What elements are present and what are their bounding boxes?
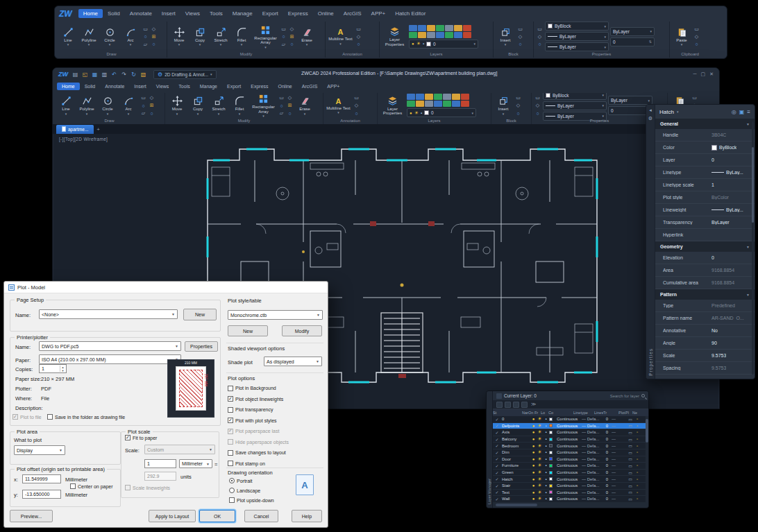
paste-button[interactable]: Paste▾ bbox=[672, 27, 691, 46]
layer-freeze-icon[interactable]: ☀ bbox=[537, 423, 543, 429]
workspace-switcher[interactable]: ⚙2D Drafting & Annot...▾ bbox=[153, 70, 217, 79]
property-value[interactable]: 0 bbox=[711, 255, 714, 260]
section-header-geometry[interactable]: Geometry▼ bbox=[655, 241, 755, 252]
layer-on-icon[interactable]: ● bbox=[530, 430, 537, 434]
layer-plot-icon[interactable]: ▭ bbox=[627, 463, 634, 468]
new-layer-button[interactable] bbox=[496, 402, 503, 408]
annotation-mini-icons[interactable] bbox=[353, 94, 360, 117]
lineweight-select[interactable]: ByLayer▾ bbox=[545, 42, 609, 51]
layer-plot-icon[interactable]: ▭ bbox=[627, 477, 634, 481]
layer-plot-icon[interactable]: ▭ bbox=[627, 443, 634, 448]
layer-on-icon[interactable]: ● bbox=[530, 424, 537, 428]
quick-select-icon[interactable] bbox=[739, 109, 745, 115]
fit-to-paper-checkbox[interactable]: Fit to paper bbox=[125, 435, 157, 440]
property-value[interactable]: 1 bbox=[711, 182, 714, 187]
print-icon[interactable] bbox=[101, 71, 108, 78]
move-button[interactable]: Move▾ bbox=[167, 96, 187, 115]
ribbon-tab[interactable]: ArcGIS bbox=[297, 83, 323, 90]
more-icon[interactable]: ≫ bbox=[531, 402, 536, 407]
layer-transparency[interactable]: 0 bbox=[603, 424, 612, 428]
layer-lock-icon[interactable]: ▪ bbox=[543, 477, 549, 481]
horizontal-scrollbar[interactable] bbox=[496, 504, 537, 506]
layer-name[interactable]: Balcony bbox=[501, 437, 530, 441]
layer-row[interactable]: ✓ Axis ● ☀ ▪ Continuous — Defa... 0 — ▭ … bbox=[493, 429, 648, 436]
layer-lineweight[interactable]: — Defa... bbox=[582, 477, 603, 481]
layer-newvp-icon[interactable]: ▫ bbox=[634, 470, 641, 474]
layer-color-cell[interactable] bbox=[549, 471, 557, 474]
ribbon-tab[interactable]: Export bbox=[258, 9, 283, 18]
layer-row[interactable]: ✓ Hatch ● ☀ ▪ Continuous — Defa... 0 — ▭… bbox=[493, 476, 648, 483]
preview-button[interactable]: Preview... bbox=[10, 510, 53, 522]
open-icon[interactable] bbox=[81, 71, 89, 78]
layer-newvp-icon[interactable]: ▫ bbox=[634, 497, 641, 501]
layer-name[interactable]: Door bbox=[501, 457, 530, 461]
layer-row[interactable]: ✓ Defpoints ● ☀ ▪ Continuous — Defa... 0… bbox=[493, 423, 648, 430]
paper-select[interactable]: ISO A4 (210.00 x 297.00 MM)▼ bbox=[39, 354, 181, 364]
object-color-select[interactable]: ByBlock▾ bbox=[545, 22, 609, 31]
property-value[interactable]: 9168.8854 bbox=[711, 268, 734, 273]
layer-linetype[interactable]: Continuous bbox=[557, 497, 582, 501]
layer-linetype[interactable]: Continuous bbox=[557, 463, 582, 467]
layer-row[interactable]: ✓ Text ● ☀ ▪ Continuous — Defa... 0 — ▭ … bbox=[493, 490, 648, 497]
layer-freeze-icon[interactable]: ☀ bbox=[537, 449, 543, 455]
layer-transparency[interactable]: 0 bbox=[603, 490, 612, 495]
layer-color-cell[interactable] bbox=[549, 444, 557, 447]
layer-lock-icon[interactable]: ▪ bbox=[543, 430, 549, 434]
property-value[interactable]: ByBlock bbox=[711, 145, 736, 151]
layer-name[interactable]: Furniture bbox=[501, 463, 530, 467]
ribbon-tab[interactable]: Solid bbox=[103, 9, 125, 18]
undo-icon[interactable] bbox=[110, 71, 118, 78]
layer-lock-icon[interactable]: ▪ bbox=[543, 490, 549, 495]
column-header[interactable]: Name bbox=[522, 411, 528, 415]
layer-linetype[interactable]: Continuous bbox=[557, 437, 582, 441]
polyline-button[interactable]: Polyline▾ bbox=[79, 27, 99, 46]
layer-transparency[interactable]: 0 bbox=[603, 417, 612, 421]
layer-on-icon[interactable]: ● bbox=[530, 470, 537, 474]
draw-mini-icons[interactable] bbox=[142, 26, 158, 48]
layer-name[interactable]: Green bbox=[501, 470, 530, 474]
layer-transparency[interactable]: 0 bbox=[603, 463, 612, 467]
layer-linetype[interactable]: Continuous bbox=[557, 444, 582, 448]
save-icon[interactable] bbox=[91, 71, 99, 78]
layer-on-icon[interactable]: ● bbox=[530, 437, 537, 441]
move-button[interactable]: Move▾ bbox=[169, 27, 189, 46]
plot-option-checkbox[interactable]: Save changes to layout bbox=[228, 447, 325, 458]
layer-newvp-icon[interactable]: ▫ bbox=[634, 437, 641, 441]
save-in-folder-checkbox[interactable]: Save in the folder as drawing file bbox=[47, 414, 125, 420]
property-value[interactable]: 0 bbox=[711, 157, 714, 162]
layer-tool-icons[interactable] bbox=[407, 94, 476, 107]
gear-icon[interactable]: ⚙ bbox=[648, 116, 652, 121]
ribbon-tab[interactable]: Tools bbox=[205, 9, 228, 18]
column-header[interactable]: Pl bbox=[625, 411, 632, 415]
layer-color-cell[interactable] bbox=[549, 431, 557, 434]
palette-menu-icon[interactable] bbox=[747, 109, 750, 115]
layer-linetype[interactable]: Continuous bbox=[557, 457, 582, 461]
plot-style-new-button[interactable]: New bbox=[228, 325, 268, 336]
layer-lineweight[interactable]: — Defa... bbox=[582, 470, 603, 474]
vertical-scrollbar[interactable] bbox=[646, 416, 648, 502]
layer-lock-icon[interactable]: ▪ bbox=[543, 483, 549, 488]
properties-mini-icons[interactable] bbox=[534, 94, 541, 117]
layer-plot-icon[interactable]: ▭ bbox=[627, 450, 634, 455]
properties-mini-icons[interactable] bbox=[536, 26, 544, 48]
delete-layer-button[interactable] bbox=[505, 402, 511, 408]
property-value[interactable]: Predefined bbox=[711, 303, 735, 308]
new-icon[interactable] bbox=[71, 71, 79, 78]
layer-lock-icon[interactable]: ▪ bbox=[543, 450, 549, 454]
layer-name[interactable]: Stair bbox=[501, 483, 530, 488]
column-header[interactable]: Co bbox=[548, 411, 573, 415]
layer-newvp-icon[interactable]: ▫ bbox=[634, 463, 641, 467]
erase-button[interactable]: Erase▾ bbox=[297, 27, 317, 46]
layer-plot-icon[interactable]: ▭ bbox=[627, 490, 634, 495]
rectangular-array-button[interactable]: Rectangular Array▾ bbox=[253, 25, 278, 49]
layer-color-cell[interactable] bbox=[549, 497, 557, 501]
property-value[interactable]: 90 bbox=[711, 341, 717, 345]
layer-lineweight[interactable]: — Defa... bbox=[582, 483, 603, 488]
plot-option-checkbox[interactable]: Hide paperspace objects bbox=[228, 437, 325, 448]
layer-lineweight[interactable]: — Defa... bbox=[582, 437, 603, 441]
column-header[interactable]: Tr bbox=[603, 411, 618, 415]
ribbon-tab[interactable]: Views bbox=[180, 9, 205, 18]
layer-lineweight[interactable]: — Defa... bbox=[582, 450, 603, 454]
column-header[interactable]: Fr bbox=[534, 411, 541, 415]
close-icon[interactable]: ✕ bbox=[709, 71, 714, 77]
